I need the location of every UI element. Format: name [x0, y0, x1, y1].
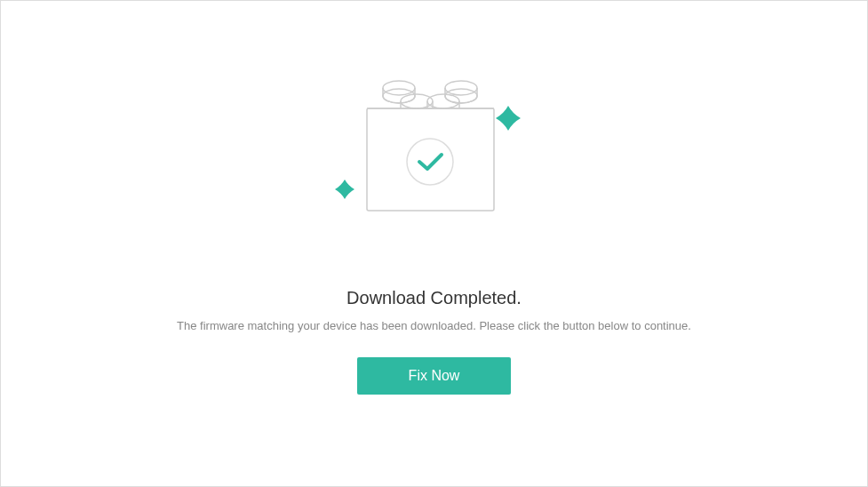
- firmware-box-illustration: [328, 75, 541, 244]
- svg-point-5: [445, 89, 477, 103]
- svg-point-3: [383, 89, 415, 103]
- checkmark-icon: [419, 155, 442, 169]
- main-content: Download Completed. The firmware matchin…: [177, 75, 691, 395]
- sparkle-icon: [335, 180, 354, 199]
- svg-rect-0: [367, 108, 494, 211]
- sparkle-icon: [496, 106, 521, 131]
- check-circle-icon: [407, 139, 453, 185]
- svg-point-4: [445, 81, 477, 95]
- box-with-check-icon: [328, 75, 541, 244]
- svg-point-2: [383, 81, 415, 95]
- page-subtitle: The firmware matching your device has be…: [177, 319, 691, 332]
- page-title: Download Completed.: [346, 288, 522, 308]
- fix-now-button[interactable]: Fix Now: [357, 357, 512, 395]
